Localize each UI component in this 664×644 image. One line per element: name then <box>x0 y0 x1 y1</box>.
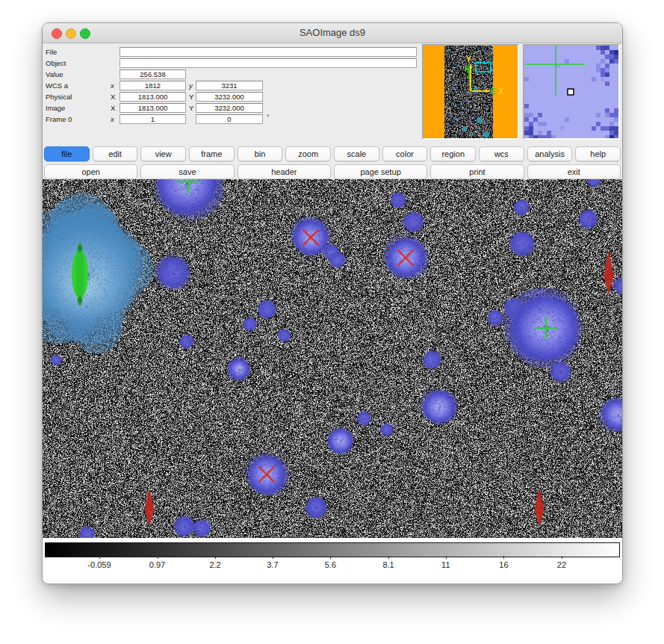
colorbar-tick-label: 0.97 <box>149 560 165 569</box>
frame-rotate-field[interactable]: 0 <box>196 114 263 124</box>
frame-zoom-field[interactable]: 1 <box>120 114 186 124</box>
menu-analysis[interactable]: analysis <box>527 146 573 161</box>
titlebar[interactable]: SAOImage ds9 <box>43 23 622 43</box>
ds9-window: SAOImage ds9 File Object Value 256.538 W… <box>42 22 623 584</box>
file-label: File <box>46 48 57 56</box>
degree-symbol: ° <box>267 114 270 121</box>
wcs-y-field[interactable]: 3231 <box>196 81 263 90</box>
exit-button[interactable]: exit <box>527 164 621 179</box>
menu-view[interactable]: view <box>140 146 186 161</box>
value-field[interactable]: 256.538 <box>120 69 186 79</box>
menu-zoom[interactable]: zoom <box>285 146 331 161</box>
save-button[interactable]: save <box>140 164 234 179</box>
info-row-file: File <box>43 46 423 58</box>
physical-x-field[interactable]: 1813.000 <box>120 92 186 102</box>
physical-y-label: Y <box>189 93 193 101</box>
command-row: open save header page setup print exit <box>44 164 621 179</box>
colorbar-tick-label: 22 <box>557 560 566 569</box>
info-row-object: Object <box>43 58 423 69</box>
menu-help[interactable]: help <box>575 146 621 161</box>
colorbar-tick <box>503 556 504 559</box>
menu-color[interactable]: color <box>382 146 428 161</box>
menu-file[interactable]: file <box>44 146 90 161</box>
menu-edit[interactable]: edit <box>93 146 138 161</box>
image-y-field[interactable]: 3232.000 <box>196 103 263 113</box>
colorbar-tick <box>330 556 331 559</box>
frame-x-label: x <box>111 115 114 123</box>
colorbar-tick <box>273 556 273 559</box>
menu-row: file edit view frame bin zoom scale colo… <box>44 146 621 161</box>
colorbar-tick <box>158 556 158 559</box>
physical-label: Physical <box>46 93 72 101</box>
menu-frame[interactable]: frame <box>189 146 235 161</box>
main-image-canvas[interactable] <box>43 179 622 538</box>
value-label: Value <box>46 70 63 78</box>
menu-region[interactable]: region <box>430 146 476 161</box>
wcs-x-field[interactable]: 1812 <box>120 81 186 90</box>
colorbar-tick-label: 11 <box>441 560 450 569</box>
info-row-wcs: WCS a x 1812 y 3231 <box>43 80 423 91</box>
file-field[interactable] <box>120 47 417 57</box>
colorbar-tick <box>562 556 562 559</box>
image-x-label: X <box>111 104 115 112</box>
image-label: Image <box>46 104 65 112</box>
colorbar-tick <box>99 556 100 559</box>
colorbar-section: -0.059 0.97 2.2 3.7 5.6 8.1 11 16 22 <box>43 538 622 584</box>
colorbar-tick-label: 2.2 <box>209 560 220 569</box>
print-button[interactable]: print <box>430 164 524 179</box>
magnifier-canvas[interactable] <box>524 46 618 138</box>
info-row-image: Image X 1813.000 Y 3232.000 <box>43 102 423 114</box>
colorbar-tick <box>388 556 389 559</box>
menu-bin[interactable]: bin <box>238 146 283 161</box>
object-label: Object <box>46 59 66 67</box>
colorbar-tick-label: 8.1 <box>382 560 394 569</box>
colorbar-tick-label: 16 <box>499 560 508 569</box>
window-title: SAOImage ds9 <box>43 27 622 38</box>
info-row-physical: Physical X 1813.000 Y 3232.000 <box>43 91 423 102</box>
image-x-field[interactable]: 1813.000 <box>120 103 186 113</box>
info-panel: File Object Value 256.538 WCS a x 1812 y… <box>43 43 622 144</box>
menu-scale[interactable]: scale <box>334 146 379 161</box>
wcs-label: WCS a <box>46 81 68 90</box>
wcs-x-label: x <box>111 81 114 90</box>
colorbar-tick <box>215 556 216 559</box>
page-setup-button[interactable]: page setup <box>334 164 427 179</box>
colorbar-tick-label: 3.7 <box>267 560 278 569</box>
colorbar-tick <box>446 556 447 559</box>
frame-label: Frame 0 <box>46 115 72 123</box>
physical-y-field[interactable]: 3232.000 <box>196 92 263 102</box>
wcs-y-label: y <box>189 81 193 90</box>
menu-section: file edit view frame bin zoom scale colo… <box>43 144 622 179</box>
header-button[interactable]: header <box>238 164 331 179</box>
info-row-frame: Frame 0 x 1 0 ° <box>43 114 423 125</box>
panner-canvas[interactable] <box>423 46 518 138</box>
colorbar-tick-label: 5.6 <box>325 560 336 569</box>
panner-panel <box>422 44 519 140</box>
menu-wcs[interactable]: wcs <box>479 146 524 161</box>
image-y-label: Y <box>189 104 193 112</box>
object-field[interactable] <box>120 58 417 68</box>
info-row-value: Value 256.538 <box>43 69 423 80</box>
colorbar-tick-label: -0.059 <box>87 560 111 569</box>
physical-x-label: X <box>111 93 115 101</box>
open-button[interactable]: open <box>44 164 137 179</box>
magnifier-panel <box>523 44 620 140</box>
colorbar-gradient[interactable] <box>45 542 620 557</box>
